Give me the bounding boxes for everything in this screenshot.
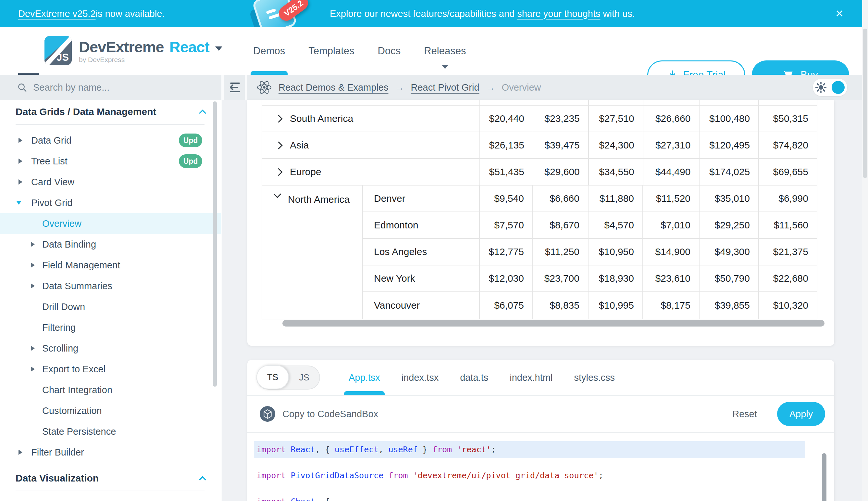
sidebar-item-pivot-grid[interactable]: Pivot Grid bbox=[0, 192, 221, 213]
sidebar-item-label: Card View bbox=[31, 177, 74, 188]
sidebar-item-data-summaries[interactable]: Data Summaries bbox=[0, 276, 221, 296]
pivot-value-cell: $39,475 bbox=[533, 132, 589, 158]
sidebar-item-data-binding[interactable]: Data Binding bbox=[0, 234, 221, 255]
banner-version-link[interactable]: DevExtreme v25.2 bbox=[18, 9, 96, 19]
nav-item-demos[interactable]: Demos bbox=[253, 27, 285, 75]
language-toggle[interactable]: TS JS bbox=[256, 365, 320, 390]
chevron-down-icon[interactable] bbox=[273, 190, 281, 198]
page-scrollbar-thumb[interactable] bbox=[863, 29, 867, 178]
main-nav: DemosTemplatesDocsReleases bbox=[253, 27, 466, 75]
pivot-value-cell: $20,440 bbox=[480, 106, 533, 131]
sidebar-item-label: Tree List bbox=[31, 156, 67, 167]
reset-button[interactable]: Reset bbox=[732, 409, 757, 419]
sidebar-item-card-view[interactable]: Card View bbox=[0, 172, 221, 192]
pivot-value-cell: $26,135 bbox=[480, 132, 533, 158]
banner-close-icon[interactable]: ✕ bbox=[830, 0, 849, 27]
pivot-row-label-cell bbox=[262, 100, 480, 105]
copy-to-codesandbox-label[interactable]: Copy to CodeSandBox bbox=[283, 409, 378, 419]
pivot-value-cell: $23,700 bbox=[533, 265, 589, 291]
pivot-grid-horizontal-scrollbar[interactable] bbox=[283, 320, 824, 327]
pivot-row-label: Europe bbox=[290, 166, 321, 178]
language-toggle-js[interactable]: JS bbox=[289, 373, 319, 383]
pivot-row-asia[interactable]: Asia$26,135$39,475$24,300$27,310$120,495… bbox=[262, 132, 817, 159]
breadcrumb-pivot-grid-link[interactable]: React Pivot Grid bbox=[411, 82, 479, 93]
breadcrumb-demos-link[interactable]: React Demos & Examples bbox=[278, 82, 388, 93]
pivot-value-cell bbox=[589, 100, 644, 105]
sidebar-section-data-grids-data-management[interactable]: Data Grids / Data Management bbox=[15, 105, 205, 119]
code-tab-data-ts[interactable]: data.ts bbox=[460, 360, 488, 395]
pivot-row-south-america[interactable]: South America$20,440$23,235$27,510$26,66… bbox=[262, 106, 817, 132]
collapse-sidebar-button[interactable] bbox=[227, 75, 242, 100]
code-editor[interactable]: import React, { useEffect, useRef } from… bbox=[248, 433, 834, 501]
sidebar-item-overview[interactable]: Overview bbox=[0, 213, 221, 234]
chevron-up-icon bbox=[199, 476, 207, 483]
pivot-row-north-america[interactable]: North AmericaDenver$9,540$6,660$11,880$1… bbox=[262, 185, 817, 319]
pivot-value-cell: $9,540 bbox=[480, 185, 533, 212]
pivot-value-cell: $29,600 bbox=[533, 159, 589, 185]
theme-toggle-knob[interactable] bbox=[832, 81, 845, 94]
code-token: 'devextreme/ui/pivot_grid/data_source' bbox=[413, 471, 598, 480]
codesandbox-icon[interactable] bbox=[260, 406, 275, 422]
search-input[interactable] bbox=[33, 82, 183, 93]
code-line-1: import React, { useEffect, useRef } from… bbox=[254, 441, 805, 458]
pivot-value-cell: $24,300 bbox=[589, 132, 644, 158]
sidebar-item-field-management[interactable]: Field Management bbox=[0, 255, 221, 276]
pivot-value-cell: $39,855 bbox=[700, 292, 759, 319]
pivot-value-cell: $34,550 bbox=[589, 159, 644, 185]
sidebar-divider bbox=[15, 491, 205, 491]
sidebar-item-filter-builder[interactable]: Filter Builder bbox=[0, 442, 221, 463]
search-box[interactable] bbox=[17, 75, 199, 100]
theme-toggle[interactable] bbox=[813, 79, 847, 96]
sidebar-nav: Data Grids / Data ManagementData GridUpd… bbox=[0, 100, 221, 501]
breadcrumb-current: Overview bbox=[502, 82, 541, 93]
code-token bbox=[408, 471, 413, 480]
pivot-value-cell: $51,435 bbox=[480, 159, 533, 185]
pivot-row-europe[interactable]: Europe$51,435$29,600$34,550$44,490$174,0… bbox=[262, 159, 817, 185]
pivot-value-cell: $35,010 bbox=[700, 185, 759, 212]
pivot-value-cell bbox=[644, 100, 700, 105]
apply-button[interactable]: Apply bbox=[777, 402, 825, 426]
pivot-region-cell[interactable]: North America bbox=[262, 185, 363, 319]
platform-dropdown-caret-icon[interactable] bbox=[215, 46, 222, 51]
search-icon bbox=[17, 82, 27, 93]
sidebar-item-chart-integration[interactable]: Chart Integration bbox=[0, 380, 221, 400]
pivot-value-cell: $12,030 bbox=[480, 265, 533, 291]
updated-badge: Upd bbox=[179, 134, 202, 147]
sidebar-item-data-grid[interactable]: Data GridUpd bbox=[0, 130, 221, 151]
sidebar-item-drill-down[interactable]: Drill Down bbox=[0, 296, 221, 317]
chevron-right-icon[interactable] bbox=[275, 115, 283, 122]
pivot-row-clipped bbox=[262, 100, 817, 106]
code-tab-index-html[interactable]: index.html bbox=[510, 360, 552, 395]
sidebar-item-scrolling[interactable]: Scrolling bbox=[0, 338, 221, 359]
pivot-value-cell: $4,570 bbox=[589, 212, 643, 238]
chevron-right-icon bbox=[19, 138, 22, 143]
pivot-row-label-cell: Europe bbox=[262, 159, 480, 185]
nav-item-releases[interactable]: Releases bbox=[424, 27, 466, 75]
banner-message: Explore our newest features/capabilities… bbox=[330, 0, 635, 27]
code-tab-styles-css[interactable]: styles.css bbox=[574, 360, 615, 395]
banner-message-post: with us. bbox=[600, 9, 635, 19]
sidebar-item-customization[interactable]: Customization bbox=[0, 400, 221, 421]
share-thoughts-link[interactable]: share your thoughts bbox=[517, 9, 600, 19]
chevron-right-icon[interactable] bbox=[275, 168, 283, 176]
sidebar-scrollbar[interactable] bbox=[213, 102, 217, 387]
sidebar-item-filtering[interactable]: Filtering bbox=[0, 317, 221, 338]
nav-item-templates[interactable]: Templates bbox=[308, 27, 354, 75]
code-tab-app-tsx[interactable]: App.tsx bbox=[349, 360, 380, 395]
language-toggle-ts[interactable]: TS bbox=[256, 365, 289, 389]
code-editor-scrollbar[interactable] bbox=[822, 453, 826, 501]
pivot-value-cell: $21,375 bbox=[759, 239, 817, 265]
brand-logo[interactable]: JS DevExtreme React by DevExpress bbox=[44, 36, 222, 65]
chevron-right-icon bbox=[31, 263, 35, 268]
pivot-row-label-cell: Asia bbox=[262, 132, 480, 158]
code-tab-index-tsx[interactable]: index.tsx bbox=[402, 360, 439, 395]
chevron-right-icon bbox=[19, 179, 22, 184]
sidebar-item-tree-list[interactable]: Tree ListUpd bbox=[0, 151, 221, 172]
sidebar-section-data-visualization[interactable]: Data Visualization bbox=[15, 471, 205, 486]
pivot-value-cell: $10,320 bbox=[759, 292, 817, 319]
sidebar-item-state-persistence[interactable]: State Persistence bbox=[0, 421, 221, 442]
chevron-right-icon[interactable] bbox=[275, 141, 283, 149]
nav-item-docs[interactable]: Docs bbox=[378, 27, 401, 75]
sidebar-item-export-to-excel[interactable]: Export to Excel bbox=[0, 359, 221, 380]
pivot-row-denver: Denver$9,540$6,660$11,880$11,520$35,010$… bbox=[363, 185, 817, 212]
